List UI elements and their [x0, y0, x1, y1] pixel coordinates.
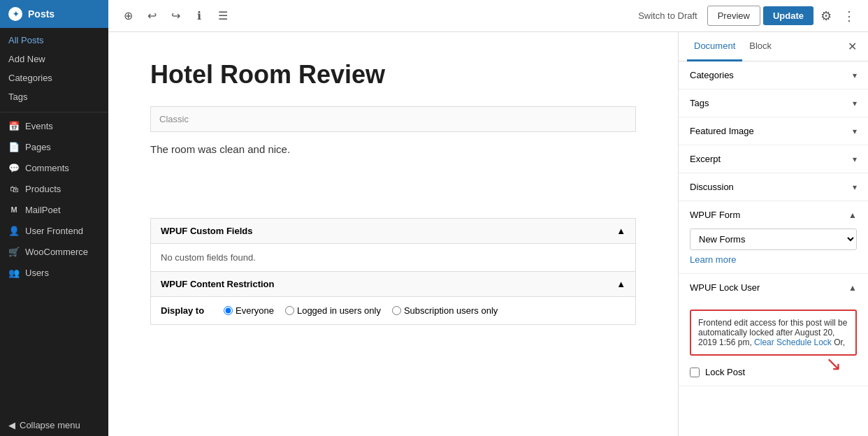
comments-icon: 💬 — [8, 162, 20, 173]
switch-to-draft-button[interactable]: Switch to Draft — [631, 6, 704, 25]
sidebar-divider-1 — [0, 112, 108, 112]
users-icon: 👥 — [8, 267, 20, 278]
wpuf-lock-user-chevron-icon: ▲ — [848, 283, 857, 293]
panel-section-wpuf-form-header[interactable]: WPUF Form ▲ — [679, 201, 868, 228]
sidebar-item-comments[interactable]: 💬 Comments — [0, 157, 108, 178]
collapse-menu-button[interactable]: ◀ Collapse menu — [0, 414, 108, 436]
posts-submenu: All Posts Add New Categories Tags — [0, 28, 108, 109]
sidebar-item-add-new[interactable]: Add New — [0, 50, 108, 68]
panel-section-excerpt: Excerpt ▾ — [679, 145, 868, 173]
panel-section-tags-header[interactable]: Tags ▾ — [679, 89, 868, 117]
post-content[interactable]: The room was clean and nice. — [150, 143, 636, 155]
categories-chevron-icon: ▾ — [853, 71, 857, 80]
wpuf-form-body: New Forms -- Select Form -- Learn more — [679, 228, 868, 273]
panel-section-featured-image: Featured Image ▾ — [679, 117, 868, 145]
radio-subscription-input[interactable] — [392, 306, 401, 315]
panel-section-discussion: Discussion ▾ — [679, 173, 868, 201]
sidebar-item-pages[interactable]: 📄 Pages — [0, 136, 108, 157]
wpuf-custom-fields-content: No custom fields found. — [151, 244, 635, 271]
main-wrapper: ⊕ ↩ ↪ ℹ ☰ Switch to Draft Preview Update… — [108, 0, 868, 436]
sidebar-header[interactable]: ✦ Posts — [0, 0, 108, 28]
clear-schedule-lock-link[interactable]: Clear Schedule Lock — [754, 337, 832, 347]
lock-user-body: Frontend edit access for this post will … — [679, 301, 868, 386]
panel-section-wpuf-form: WPUF Form ▲ New Forms -- Select Form -- … — [679, 201, 868, 274]
wpuf-content-restriction-header[interactable]: WPUF Content Restriction ▲ — [151, 272, 635, 297]
editor-area: Hotel Room Review Classic The room was c… — [108, 32, 678, 436]
tags-chevron-icon: ▾ — [853, 99, 857, 108]
redo-button[interactable]: ↪ — [164, 5, 187, 27]
panel-section-excerpt-header[interactable]: Excerpt ▾ — [679, 145, 868, 173]
woocommerce-icon: 🛒 — [8, 246, 20, 257]
featured-image-chevron-icon: ▾ — [853, 126, 857, 136]
sidebar-item-events[interactable]: 📅 Events — [0, 115, 108, 136]
sidebar-item-mailpoet[interactable]: M MailPoet — [0, 199, 108, 220]
lock-user-alert: Frontend edit access for this post will … — [690, 310, 857, 356]
user-frontend-icon: 👤 — [8, 225, 20, 236]
sidebar-item-woocommerce[interactable]: 🛒 WooCommerce — [0, 241, 108, 262]
classic-block[interactable]: Classic — [150, 106, 636, 132]
lock-post-checkbox[interactable] — [690, 368, 700, 377]
display-to-row: Display to Everyone Logged in users only — [151, 297, 635, 324]
topbar: ⊕ ↩ ↪ ℹ ☰ Switch to Draft Preview Update… — [108, 0, 868, 32]
wpuf-custom-fields-header[interactable]: WPUF Custom Fields ▲ — [151, 219, 635, 244]
custom-fields-collapse-icon: ▲ — [616, 226, 625, 236]
excerpt-chevron-icon: ▾ — [853, 154, 857, 164]
update-button[interactable]: Update — [763, 6, 813, 25]
display-to-label: Display to — [161, 305, 217, 316]
pages-icon: 📄 — [8, 141, 20, 152]
more-options-button[interactable]: ⋮ — [839, 6, 860, 27]
sidebar-item-all-posts[interactable]: All Posts — [0, 31, 108, 50]
sidebar-item-users[interactable]: 👥 Users — [0, 262, 108, 283]
sidebar-item-tags[interactable]: Tags — [0, 87, 108, 106]
arrow-indicator: ↘ — [825, 354, 841, 374]
radio-everyone-input[interactable] — [224, 306, 233, 315]
wpuf-form-chevron-icon: ▲ — [848, 210, 857, 220]
content-restriction-collapse-icon: ▲ — [616, 279, 625, 289]
sidebar-item-categories[interactable]: Categories — [0, 68, 108, 87]
panel-section-categories-header[interactable]: Categories ▾ — [679, 61, 868, 89]
radio-everyone[interactable]: Everyone — [224, 305, 274, 316]
display-to-radio-group: Everyone Logged in users only Subscripti… — [224, 305, 498, 316]
panel-tabs: Document Block ✕ — [679, 32, 868, 61]
radio-logged-in[interactable]: Logged in users only — [285, 305, 381, 316]
wpuf-custom-fields-section: WPUF Custom Fields ▲ No custom fields fo… — [150, 218, 636, 272]
events-icon: 📅 — [8, 120, 20, 131]
undo-button[interactable]: ↩ — [140, 5, 163, 27]
sidebar-section-title: Posts — [28, 8, 55, 20]
post-title[interactable]: Hotel Room Review — [150, 60, 636, 89]
panel-section-discussion-header[interactable]: Discussion ▾ — [679, 173, 868, 201]
editor-spacer — [150, 176, 636, 218]
sidebar-item-products[interactable]: 🛍 Products — [0, 178, 108, 199]
add-block-button[interactable]: ⊕ — [117, 5, 139, 27]
collapse-icon: ◀ — [8, 420, 15, 430]
content-area: Hotel Room Review Classic The room was c… — [108, 32, 868, 436]
wpuf-form-select[interactable]: New Forms -- Select Form -- — [690, 228, 857, 250]
panel-section-categories: Categories ▾ — [679, 61, 868, 89]
sidebar-item-user-frontend[interactable]: 👤 User Frontend — [0, 220, 108, 241]
radio-subscription[interactable]: Subscription users only — [392, 305, 498, 316]
settings-button[interactable]: ⚙ — [816, 6, 836, 27]
panel-section-wpuf-lock-user-header[interactable]: WPUF Lock User ▲ — [679, 274, 868, 301]
panel-close-button[interactable]: ✕ — [845, 32, 860, 61]
list-view-button[interactable]: ☰ — [212, 5, 234, 27]
wpuf-content-restriction-section: WPUF Content Restriction ▲ Display to Ev… — [150, 272, 636, 325]
radio-logged-in-input[interactable] — [285, 306, 294, 315]
topbar-icon-group: ⊕ ↩ ↪ ℹ ☰ — [117, 5, 234, 27]
tab-document[interactable]: Document — [687, 32, 742, 61]
right-panel: Document Block ✕ Categories ▾ Tags ▾ — [678, 32, 868, 436]
sidebar: ✦ Posts All Posts Add New Categories Tag… — [0, 0, 108, 436]
lock-post-label: Lock Post — [705, 367, 745, 377]
tab-block[interactable]: Block — [742, 32, 779, 61]
panel-section-wpuf-lock-user: WPUF Lock User ▲ Frontend edit access fo… — [679, 274, 868, 386]
panel-section-featured-image-header[interactable]: Featured Image ▾ — [679, 117, 868, 145]
preview-button[interactable]: Preview — [707, 6, 760, 26]
products-icon: 🛍 — [8, 183, 20, 194]
learn-more-link[interactable]: Learn more — [690, 254, 857, 265]
wordpress-icon: ✦ — [8, 7, 22, 21]
panel-section-tags: Tags ▾ — [679, 89, 868, 117]
mailpoet-icon: M — [8, 204, 20, 215]
info-button[interactable]: ℹ — [188, 5, 210, 27]
discussion-chevron-icon: ▾ — [853, 182, 857, 192]
